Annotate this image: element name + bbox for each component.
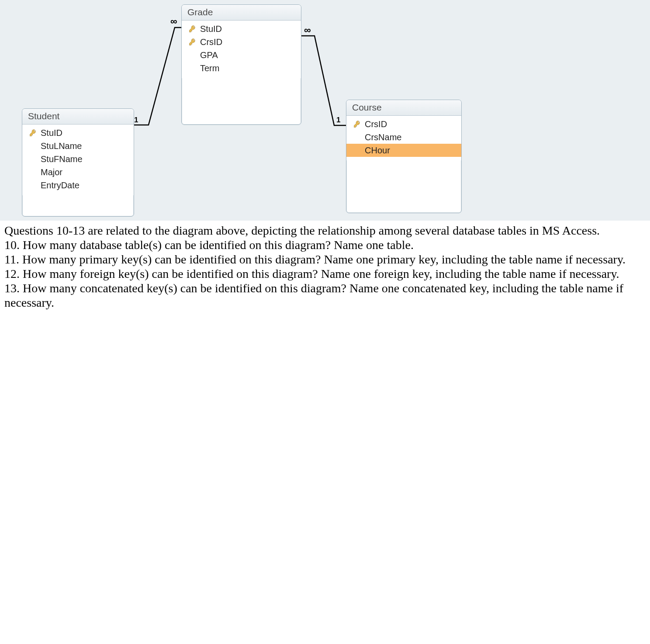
table-title: Student (22, 109, 134, 125)
field-row[interactable]: Major (22, 166, 134, 179)
field-label: StuLName (41, 141, 82, 151)
field-label: Major (41, 167, 62, 177)
field-label: CrsName (365, 132, 401, 142)
field-row-selected[interactable]: CHour (346, 144, 461, 157)
table-grade[interactable]: Grade StuID CrsID GPA Term (181, 4, 301, 125)
cardinality-one: 1 (134, 116, 138, 125)
cardinality-many: ∞ (304, 24, 311, 36)
field-label: Term (200, 63, 219, 73)
field-label: CHour (365, 145, 390, 156)
field-row[interactable]: EntryDate (22, 179, 134, 192)
table-title: Course (346, 100, 461, 116)
field-label: StuID (200, 24, 222, 34)
field-label: EntryDate (41, 180, 80, 190)
table-title: Grade (182, 5, 301, 21)
primary-key-icon (188, 37, 197, 47)
primary-key-icon (28, 128, 38, 138)
questions-intro: Questions 10-13 are related to the diagr… (4, 223, 646, 238)
field-list: StuID CrsID GPA Term (182, 21, 301, 78)
field-row[interactable]: CrsID (182, 35, 301, 48)
field-label: StuFName (41, 154, 83, 164)
field-row[interactable]: CrsID (346, 118, 461, 131)
field-row[interactable]: StuID (22, 126, 134, 139)
question-12: 12. How many foreign key(s) can be ident… (4, 267, 646, 281)
field-row[interactable]: StuID (182, 22, 301, 35)
question-11: 11. How many primary key(s) can be ident… (4, 252, 646, 267)
cardinality-one: 1 (336, 116, 340, 125)
primary-key-icon (188, 24, 197, 34)
table-student[interactable]: Student StuID StuLName StuFName Major (22, 108, 134, 217)
field-row[interactable]: StuLName (22, 139, 134, 152)
field-row[interactable]: StuFName (22, 152, 134, 166)
questions-block: Questions 10-13 are related to the diagr… (0, 221, 650, 332)
field-label: GPA (200, 50, 218, 60)
field-row[interactable]: Term (182, 62, 301, 75)
field-list: StuID StuLName StuFName Major EntryDate (22, 125, 134, 195)
question-13: 13. How many concatenated key(s) can be … (4, 281, 646, 310)
field-list: CrsID CrsName CHour (346, 116, 461, 160)
field-row[interactable]: CrsName (346, 131, 461, 144)
field-label: StuID (41, 128, 62, 138)
field-label: CrsID (200, 37, 222, 47)
field-label: CrsID (365, 119, 387, 129)
cardinality-many: ∞ (170, 16, 177, 27)
relationship-diagram: 1 ∞ ∞ 1 Student StuID StuLName StuFName … (0, 0, 650, 221)
primary-key-icon (353, 119, 362, 129)
table-course[interactable]: Course CrsID CrsName CHour (346, 100, 462, 213)
question-10: 10. How many database table(s) can be id… (4, 238, 646, 252)
field-row[interactable]: GPA (182, 48, 301, 62)
